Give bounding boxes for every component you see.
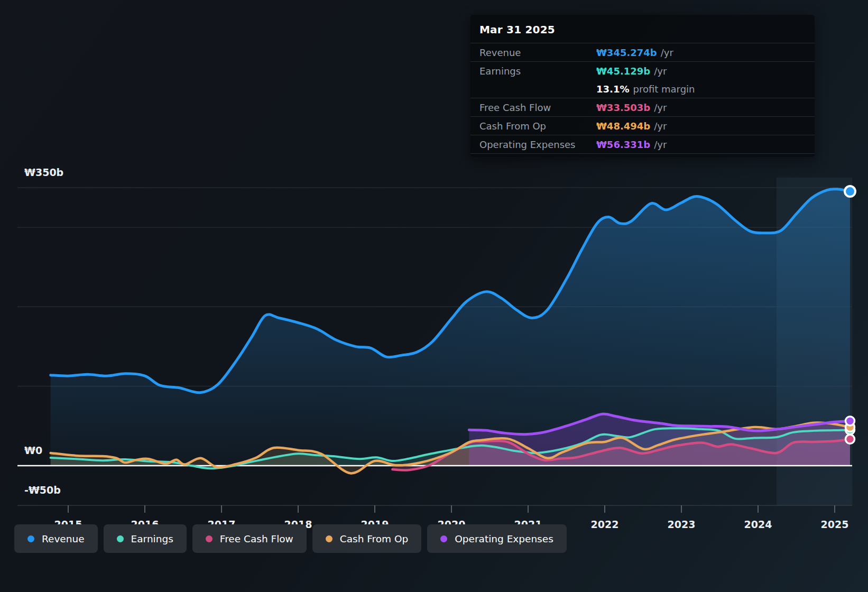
legend-label-operating-expenses: Operating Expenses [455,533,553,544]
legend-item-revenue[interactable]: Revenue [14,524,98,553]
x-axis-label-2022: 2022 [591,519,619,530]
x-axis-label-2023: 2023 [668,519,696,530]
tooltip-row-operating-expenses: Operating Expenses ₩56.331b /yr [470,135,815,154]
tooltip-suffix-free-cash-flow: /yr [654,102,667,113]
tooltip-row-free-cash-flow: Free Cash Flow ₩33.503b /yr [470,98,815,116]
tooltip-value-operating-expenses: ₩56.331b [596,139,650,150]
revenue-end-marker [845,186,855,197]
tooltip-value-earnings: ₩45.129b [596,66,650,77]
tooltip-suffix-revenue: /yr [661,47,673,58]
free-cash-flow-end-marker [846,434,855,443]
legend-item-earnings[interactable]: Earnings [104,524,187,553]
revenue-area [51,189,850,466]
y-axis-label: ₩350b [24,166,63,178]
operating-expenses-end-marker [846,417,855,426]
legend-item-free-cash-flow[interactable]: Free Cash Flow [192,524,307,553]
tooltip-value-free-cash-flow: ₩33.503b [596,102,650,113]
earnings-series-dot [117,535,124,542]
tooltip-row-revenue: Revenue ₩345.274b /yr [470,43,815,61]
tooltip-row-cash-from-op: Cash From Op ₩48.494b /yr [470,116,815,135]
free-cash-flow-series-dot [206,535,213,542]
tooltip-suffix-earnings: /yr [654,66,667,77]
revenue-series-dot [27,535,34,542]
tooltip-row-earnings: Earnings ₩45.129b /yr [470,61,815,80]
y-axis-label: -₩50b [24,484,61,496]
tooltip-label-free-cash-flow: Free Cash Flow [479,102,596,113]
tooltip-label-earnings: Earnings [479,66,596,77]
y-axis-label: ₩0 [24,445,42,456]
x-axis-label-2024: 2024 [744,519,772,530]
chart-tooltip: Mar 31 2025 Revenue ₩345.274b /yr Earnin… [470,15,815,157]
chart-legend: Revenue Earnings Free Cash Flow Cash Fro… [14,524,567,553]
legend-label-cash-from-op: Cash From Op [340,533,409,544]
cash-from-op-series-dot [326,535,333,542]
tooltip-label-operating-expenses: Operating Expenses [479,139,596,150]
tooltip-value-profit-margin: 13.1% [596,84,629,95]
legend-label-earnings: Earnings [131,533,173,544]
tooltip-date: Mar 31 2025 [470,22,815,43]
legend-item-cash-from-op[interactable]: Cash From Op [312,524,422,553]
legend-item-operating-expenses[interactable]: Operating Expenses [427,524,567,553]
tooltip-value-cash-from-op: ₩48.494b [596,121,650,132]
tooltip-value-revenue: ₩345.274b [596,47,657,58]
tooltip-suffix-cash-from-op: /yr [654,121,667,132]
tooltip-row-profit-margin: 13.1% profit margin [470,80,815,98]
tooltip-label-cash-from-op: Cash From Op [479,121,596,132]
operating-expenses-series-dot [440,535,447,542]
x-axis-label-2025: 2025 [821,519,849,530]
legend-label-free-cash-flow: Free Cash Flow [220,533,293,544]
tooltip-suffix-profit-margin: profit margin [633,84,695,95]
legend-label-revenue: Revenue [42,533,85,544]
tooltip-suffix-operating-expenses: /yr [654,139,667,150]
earnings-revenue-history-chart: 2015201620172018201920202021202220232024… [0,0,868,592]
tooltip-label-revenue: Revenue [479,47,596,58]
